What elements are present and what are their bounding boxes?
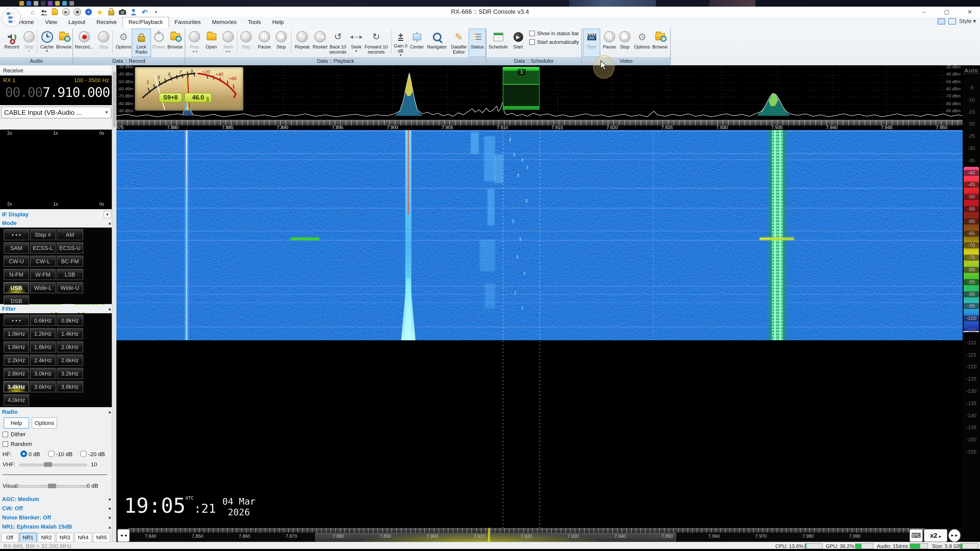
mode-button[interactable]: LSB [57,269,83,280]
filter-button[interactable]: 2.0kHz [57,341,83,353]
start-automatically-checkbox[interactable]: Start automatically [529,39,579,45]
band-navigation-bar[interactable]: 7.8407.8507.8607.8707.8807.8907.9007.910… [116,528,963,542]
playback-stop-button[interactable]: Stop [275,29,288,57]
nb-expand-icon[interactable]: ▼ [108,516,112,520]
nr-collapse-icon[interactable]: ▲ [108,525,112,530]
datafile-editor-button[interactable]: ✎ Datafile Editor [449,29,469,57]
mode-button[interactable]: ECSS-L [30,242,56,254]
radio-help-button[interactable]: Help [3,417,29,429]
filter-button[interactable]: 4.0kHz [3,394,29,406]
stop-icon[interactable] [73,8,81,16]
nr-tab[interactable]: NR4 [75,533,92,542]
mode-button[interactable]: CW-L [30,256,56,267]
playback-play-button[interactable]: ▶ Play [239,29,253,57]
audio-stop-button[interactable]: Stop▼ [22,29,36,57]
display-icon[interactable] [938,18,945,24]
undo-icon[interactable]: ↶ [141,8,148,16]
qat-more-icon[interactable]: ▼ [152,8,160,16]
menu-tab-memories[interactable]: Memories [207,17,242,27]
cw-section-header[interactable]: CW: Off [0,505,114,511]
favourite-star-icon[interactable]: ★ [96,8,103,16]
data-record-button[interactable]: Record... [75,29,94,57]
filter-collapse-icon[interactable]: ▲ [108,306,112,311]
receive-pane-header[interactable]: Receive [0,66,112,75]
dither-checkbox[interactable]: Dither [3,431,26,437]
filter-button[interactable]: 3.2kHz [57,368,83,379]
filter-button[interactable]: 3.6kHz [30,381,56,392]
scheduler-schedule-button[interactable]: ~ Schedule [488,29,508,57]
menu-tab-tools[interactable]: Tools [242,17,266,27]
tray-icon[interactable] [41,1,45,6]
nr-tab[interactable]: NR2 [38,533,55,542]
vhf-slider-track[interactable] [19,464,87,466]
mode-collapse-icon[interactable]: ▲ [108,221,112,225]
audio-record-button[interactable]: )) Record [2,29,21,57]
close-button[interactable]: ✕ [962,7,977,16]
tray-icon[interactable] [48,1,52,6]
filter-button[interactable]: 3.0kHz [30,368,56,379]
mode-section-header[interactable]: Mode [0,219,112,227]
nav-left-button[interactable]: ◄◄ [118,529,130,542]
filter-button[interactable]: 0.8kHz [57,315,83,326]
folder-icon[interactable] [51,8,59,16]
tray-icon[interactable] [34,1,38,6]
mode-button[interactable]: CW-U [3,256,29,267]
tray-icon[interactable] [55,1,60,6]
scrollbar-thumb[interactable] [113,71,116,127]
filter-button[interactable]: 1.0kHz [3,328,29,339]
filter-button[interactable]: 2.2kHz [3,354,29,366]
tray-icon[interactable] [19,1,24,6]
add-icon[interactable]: + [85,8,92,16]
mode-button[interactable]: USB [3,282,29,293]
playback-repeat-button[interactable]: ↻ Repeat [293,29,311,57]
mode-button[interactable]: • • • [3,229,29,240]
users-icon[interactable] [40,8,48,16]
visual-slider-handle[interactable] [48,484,56,488]
lock-icon[interactable] [107,8,115,16]
filter-button[interactable]: 1.8kHz [30,341,56,353]
agc-expand-icon[interactable]: ▼ [108,497,112,502]
snapshot-camera-icon[interactable] [118,8,126,16]
radio-options-button[interactable]: Options [32,417,57,429]
display-2-icon[interactable] [948,18,956,24]
menu-tab-receive[interactable]: Receive [91,17,123,27]
s-meter[interactable]: 1 3 5 7 9 +20 +40 +60 S9+8 46.0SNR [135,67,243,111]
video-options-button[interactable]: ⚙ Options [633,29,651,57]
playback-navigator-button[interactable]: Navigator [425,29,449,57]
filter-button[interactable]: 2.6kHz [57,354,83,366]
hf-minus10-radio[interactable]: -10 dB [48,451,73,457]
if-display-collapse-button[interactable]: ▼ [103,211,111,218]
playback-back-10-button[interactable]: ↺ Back 10 seconds [327,29,349,57]
noise-blanker-section-header[interactable]: Noise Blanker: Off [0,514,114,520]
audio-browse-button[interactable]: Browse [56,29,72,57]
user-icon[interactable] [130,8,137,16]
playback-center-button[interactable]: Center [409,29,425,57]
data-record-browse-button[interactable]: Browse [166,29,184,57]
playback-forward-10-button[interactable]: ↻ Forward 10 seconds [363,29,389,57]
hf-minus20-radio[interactable]: -20 dB [80,451,105,457]
radio-section-header[interactable]: Radio [0,408,112,416]
nr-section-header[interactable]: NR1: Ephraim Malah 15dB [0,524,114,530]
nav-right-button[interactable]: ►► [948,529,961,542]
audio-cache-button[interactable]: Cache▼ [39,29,55,57]
playback-gain-button[interactable]: ± Gain 0 dB▼ [393,29,409,57]
maximize-button[interactable]: ▢ [939,7,955,16]
waterfall-auto-button[interactable]: Auto [963,67,980,74]
data-record-power-button[interactable]: Power [151,29,166,57]
video-stop-button[interactable]: Stop [617,29,632,57]
mode-button[interactable]: Wide-L [30,282,56,293]
video-start-button[interactable]: Start [583,29,600,57]
zoom-control[interactable]: x2 ▸ [924,529,947,542]
panel-scrollbar[interactable] [112,66,116,542]
playback-pause-button[interactable]: Pause [256,29,272,57]
app-logo[interactable] [2,8,21,27]
tray-icon[interactable] [62,1,67,6]
tray-icon[interactable] [69,1,74,6]
playback-prev-button[interactable]: ▶ Prev◄◄ [188,29,201,57]
mode-button[interactable]: W-FM [30,269,56,280]
zoom-expand-icon[interactable]: ▸ [939,534,941,539]
filter-section-header[interactable]: Filter [0,305,112,313]
mode-button[interactable]: N-FM [3,269,29,280]
playback-seek-button[interactable]: ◄─► Seek▼ [349,29,363,57]
show-in-status-bar-checkbox[interactable]: Show in status bar [529,30,579,36]
